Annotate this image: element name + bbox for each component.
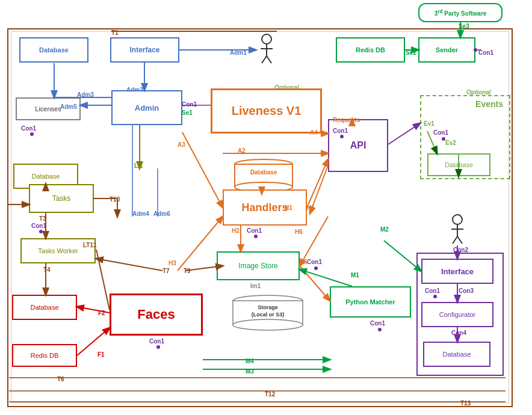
svg-line-15 xyxy=(457,236,462,244)
storage-cylinder: Storage(Local or S3) xyxy=(232,295,304,332)
con1-imagestore-label: Con1 xyxy=(307,259,322,265)
a5-label: A5 xyxy=(300,259,308,265)
image-store-box: Image Store xyxy=(217,251,300,280)
se1-label: Se1 xyxy=(182,109,193,116)
con1-handlers-label: Con1 xyxy=(247,227,262,234)
t4-label: T4 xyxy=(43,266,51,273)
svg-line-3 xyxy=(262,56,267,63)
h2-label: H2 xyxy=(232,227,240,234)
con1-dot-licenses xyxy=(30,132,34,136)
con1-tasks-label: Con1 xyxy=(31,223,46,229)
interface-top-box: Interface xyxy=(110,37,179,63)
con1-dot-api xyxy=(340,135,344,138)
third-party-label: 3rd Party Software xyxy=(435,8,487,17)
sender-box: Sender xyxy=(418,37,475,63)
svg-line-14 xyxy=(453,236,457,244)
liveness-v1-box: Liveness V1 xyxy=(211,88,322,134)
t12-label: T12 xyxy=(265,391,275,398)
t1-label: T1 xyxy=(111,29,119,36)
con1-faces-label: Con1 xyxy=(149,338,164,345)
t6-label: T6 xyxy=(57,376,64,383)
database-red-box: Database xyxy=(12,295,77,320)
con1-events-label: Con1 xyxy=(433,129,448,136)
a4-label: A4 xyxy=(310,129,318,136)
t9-label: T9 xyxy=(184,268,191,274)
person-top xyxy=(258,33,276,64)
con1-admin-label: Con1 xyxy=(182,101,197,108)
li1-label: Li1 xyxy=(134,162,143,169)
con1-sender-label: Con1 xyxy=(478,49,493,56)
se2-label: Se2 xyxy=(406,49,416,56)
right-group-border xyxy=(416,253,504,376)
faces-box: Faces xyxy=(110,294,203,336)
im1-label: Im1 xyxy=(250,283,261,289)
f1-label: F1 xyxy=(97,351,105,358)
adm1-label: Adm1 xyxy=(230,49,247,56)
ev1-label: Ev1 xyxy=(424,120,435,127)
handlers-box: Handlers xyxy=(223,189,307,226)
se3-label: Se3 xyxy=(459,23,469,29)
con1-dot-handlers xyxy=(254,235,258,238)
t7-label: T7 xyxy=(162,268,170,274)
con1-dot-tasks xyxy=(39,230,43,233)
h5-label: H5 xyxy=(307,204,315,211)
con1-dot-imagestore xyxy=(314,266,318,270)
redis-db-bottom-box: Redis DB xyxy=(12,344,77,367)
con1-dot-pythonmatcher xyxy=(378,328,382,331)
lt11-label: LT11 xyxy=(83,242,97,248)
person-right xyxy=(448,214,466,245)
f2-label: F2 xyxy=(98,310,105,316)
h1-label: H1 xyxy=(285,204,292,211)
svg-point-10 xyxy=(233,319,303,330)
m4-label: M4 xyxy=(246,358,254,364)
db-orange-cylinder: Database xyxy=(234,158,294,193)
third-party-software-box: 3rd Party Software xyxy=(418,3,503,22)
requests-label: Requests xyxy=(333,117,360,123)
events-database-box: Database xyxy=(427,153,490,176)
adm6-label: Adm6 xyxy=(153,211,170,217)
con1-dot-faces xyxy=(156,345,160,349)
t13-label: T13 xyxy=(460,400,471,407)
python-matcher-box: Python Matcher xyxy=(330,286,411,318)
admin-box: Admin xyxy=(111,90,182,125)
h6-label: H6 xyxy=(295,229,303,235)
con1-licenses-label: Con1 xyxy=(21,125,36,132)
m2-label: M2 xyxy=(380,226,389,233)
svg-line-4 xyxy=(267,56,271,63)
con1-pythonmatcher-label: Con1 xyxy=(370,320,385,327)
redis-db-top-box: Redis DB xyxy=(336,37,405,63)
database-top-left-box: Database xyxy=(19,37,88,63)
con1-api-label: Con1 xyxy=(333,128,348,134)
svg-point-11 xyxy=(453,215,462,224)
t3-label: T3 xyxy=(39,215,46,222)
m1-label: M1 xyxy=(351,272,359,278)
m3-label: M3 xyxy=(246,368,254,375)
a2-label: A2 xyxy=(238,147,246,154)
t10-label: T10 xyxy=(110,196,120,203)
adm5-label: Adm5 xyxy=(60,103,77,110)
a3-label: A3 xyxy=(178,141,185,148)
tasks-box: Tasks xyxy=(29,184,94,213)
h3-label: H3 xyxy=(169,260,176,266)
svg-point-0 xyxy=(262,34,271,44)
ev2-label: Ev2 xyxy=(445,140,456,146)
diagram-canvas: 3rd Party Software Se3 T1 Database Inter… xyxy=(0,0,532,415)
adm4-label: Adm4 xyxy=(132,211,149,217)
